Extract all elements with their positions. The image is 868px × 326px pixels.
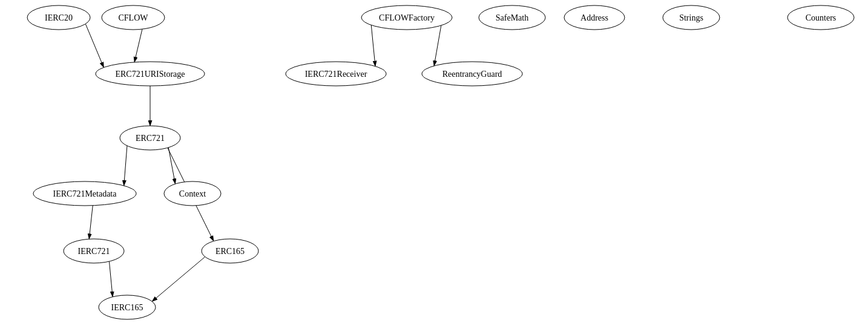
node-label-CFLOWFactory: CFLOWFactory <box>379 13 435 22</box>
node-label-IERC721: IERC721 <box>78 247 110 256</box>
node-label-CFLOW: CFLOW <box>119 13 149 22</box>
edge-ERC721-Context <box>168 148 175 184</box>
node-label-Context: Context <box>179 189 206 198</box>
node-label-Address: Address <box>580 13 608 22</box>
node-label-ERC165: ERC165 <box>215 247 245 256</box>
node-label-IERC721Receiver: IERC721Receiver <box>305 70 367 79</box>
edge-IERC20-ERC721URIStorage <box>85 24 104 67</box>
node-ERC165: ERC165 <box>202 239 258 263</box>
edge-IERC721-IERC165 <box>109 261 113 297</box>
node-label-IERC20: IERC20 <box>45 13 73 22</box>
node-IERC165: IERC165 <box>99 295 156 319</box>
node-label-IERC165: IERC165 <box>111 303 143 312</box>
node-Strings: Strings <box>663 5 720 30</box>
edge-CFLOWFactory-ReentrancyGuard <box>434 25 441 66</box>
node-Address: Address <box>564 5 625 30</box>
node-label-IERC721Metadata: IERC721Metadata <box>53 189 117 198</box>
edge-IERC721Metadata-IERC721 <box>89 206 93 239</box>
node-IERC721: IERC721 <box>64 239 124 263</box>
node-label-SafeMath: SafeMath <box>496 13 528 22</box>
node-Context: Context <box>164 181 221 206</box>
dependency-graph: IERC20CFLOWERC721URIStorageCFLOWFactoryS… <box>0 0 868 326</box>
node-IERC721Receiver: IERC721Receiver <box>286 62 386 86</box>
node-ERC721: ERC721 <box>120 126 180 150</box>
node-IERC721Metadata: IERC721Metadata <box>33 181 136 206</box>
edge-ERC165-IERC165 <box>152 257 205 302</box>
node-label-Counters: Counters <box>806 13 837 22</box>
node-Counters: Counters <box>787 5 854 30</box>
node-SafeMath: SafeMath <box>479 5 545 30</box>
edge-CFLOWFactory-IERC721Receiver <box>371 25 375 66</box>
node-ERC721URIStorage: ERC721URIStorage <box>96 62 205 86</box>
node-CFLOWFactory: CFLOWFactory <box>361 5 452 30</box>
node-label-Strings: Strings <box>679 13 703 22</box>
node-ReentrancyGuard: ReentrancyGuard <box>422 62 522 86</box>
node-label-ERC721: ERC721 <box>136 134 165 143</box>
node-label-ReentrancyGuard: ReentrancyGuard <box>442 70 502 79</box>
edge-ERC721-IERC721Metadata <box>124 146 127 186</box>
node-IERC20: IERC20 <box>27 5 90 30</box>
node-label-ERC721URIStorage: ERC721URIStorage <box>115 70 185 79</box>
node-CFLOW: CFLOW <box>102 5 165 30</box>
edge-CFLOW-ERC721URIStorage <box>134 29 142 62</box>
